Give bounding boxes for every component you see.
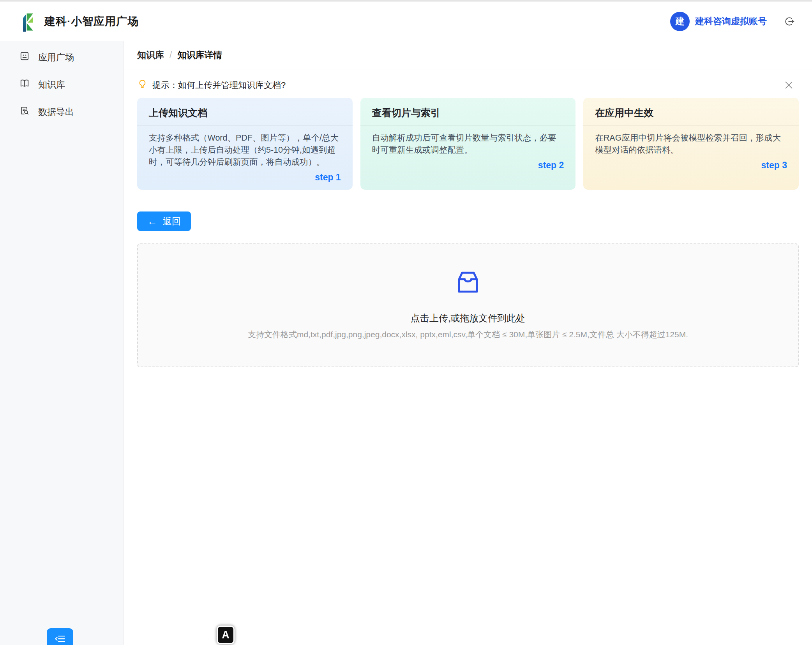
app-title: 建科·小智应用广场	[44, 14, 139, 29]
card-title: 上传知识文档	[137, 98, 353, 126]
header-right: 建 建科咨询虚拟账号	[670, 12, 795, 31]
lightbulb-icon	[137, 79, 152, 92]
card-body: 自动解析成功后可查看切片数量与索引状态，必要时可重新生成或调整配置。	[360, 126, 576, 156]
card-title: 在应用中生效	[583, 98, 799, 126]
user-name[interactable]: 建科咨询虚拟账号	[695, 15, 767, 27]
app-header: 建科·小智应用广场 建 建科咨询虚拟账号	[0, 2, 812, 41]
data-export-icon	[19, 106, 38, 118]
app-plaza-icon	[19, 51, 38, 63]
breadcrumb: 知识库 / 知识库详情	[124, 41, 812, 69]
sidebar: 应用广场 知识库 数据导出	[0, 41, 124, 645]
upload-main-text: 点击上传,或拖放文件到此处	[411, 312, 526, 324]
upload-hint-text: 支持文件格式md,txt,pdf,jpg,png,jpeg,docx,xlsx,…	[248, 329, 688, 340]
main-layout: 应用广场 知识库 数据导出	[0, 41, 812, 645]
accessibility-key-overlay[interactable]: A	[217, 626, 235, 644]
sidebar-item-label: 知识库	[38, 79, 65, 91]
menu-fold-icon	[54, 633, 66, 645]
breadcrumb-current: 知识库详情	[177, 49, 222, 61]
step-card-apply: 在应用中生效 在RAG应用中切片将会被模型检索并召回，形成大模型对话的依据语料。…	[583, 98, 799, 190]
sidebar-item-knowledge-base[interactable]: 知识库	[0, 71, 124, 98]
step-badge: step 1	[137, 168, 353, 190]
sidebar-item-app-plaza[interactable]: 应用广场	[0, 44, 124, 71]
card-body: 在RAG应用中切片将会被模型检索并召回，形成大模型对话的依据语料。	[583, 126, 799, 156]
user-avatar[interactable]: 建	[670, 12, 690, 31]
back-button[interactable]: ← 返回	[137, 211, 191, 231]
card-body: 支持多种格式（Word、PDF、图片等），单个/总大小有上限，上传后自动处理（约…	[137, 126, 353, 168]
content-area: 知识库 / 知识库详情 提示：如何上传并管理知识库文档?	[124, 41, 812, 645]
upload-dropzone[interactable]: 点击上传,或拖放文件到此处 支持文件格式md,txt,pdf,jpg,png,j…	[137, 243, 799, 367]
close-icon[interactable]	[784, 80, 799, 90]
step-cards: 上传知识文档 支持多种格式（Word、PDF、图片等），单个/总大小有上限，上传…	[137, 98, 799, 190]
knowledge-base-icon	[19, 78, 38, 91]
sidebar-item-label: 应用广场	[38, 51, 74, 63]
tips-heading: 提示：如何上传并管理知识库文档?	[152, 79, 286, 91]
logout-icon[interactable]	[784, 16, 795, 27]
breadcrumb-parent-link[interactable]: 知识库	[137, 49, 164, 61]
step-badge: step 3	[583, 156, 799, 178]
step-badge: step 2	[360, 156, 576, 178]
tips-header-row: 提示：如何上传并管理知识库文档?	[137, 79, 799, 92]
inbox-icon	[455, 271, 481, 296]
brand-logo-icon	[17, 11, 38, 32]
sidebar-collapse-button[interactable]	[47, 628, 73, 645]
step-card-upload: 上传知识文档 支持多种格式（Word、PDF、图片等），单个/总大小有上限，上传…	[137, 98, 353, 190]
sidebar-item-label: 数据导出	[38, 106, 74, 118]
sidebar-item-data-export[interactable]: 数据导出	[0, 98, 124, 125]
breadcrumb-separator: /	[169, 50, 172, 60]
card-title: 查看切片与索引	[360, 98, 576, 126]
back-button-label: 返回	[163, 215, 181, 227]
left-arrow-icon: ←	[147, 216, 157, 226]
step-card-slices: 查看切片与索引 自动解析成功后可查看切片数量与索引状态，必要时可重新生成或调整配…	[360, 98, 576, 190]
tips-section: 提示：如何上传并管理知识库文档? 上传知识文档 支持多种格式（Word、PDF、…	[124, 69, 812, 190]
